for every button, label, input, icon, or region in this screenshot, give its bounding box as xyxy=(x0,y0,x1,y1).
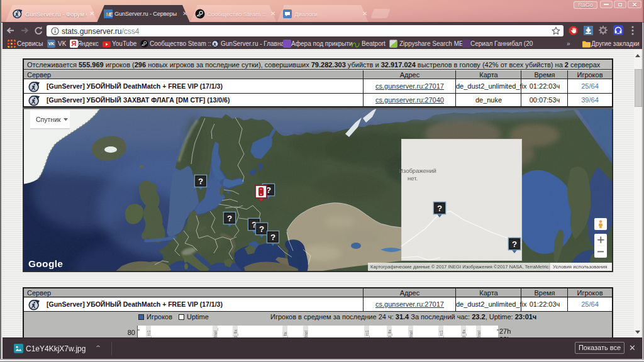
svg-text:final_: final_ xyxy=(213,328,218,338)
svg-text:V: V xyxy=(601,28,605,33)
svg-text:d_fix: d_fix xyxy=(233,329,238,338)
svg-text:Е: Е xyxy=(109,11,113,18)
svg-text:d_fix: d_fix xyxy=(387,329,392,338)
svg-text:d_fix: d_fix xyxy=(462,329,467,338)
